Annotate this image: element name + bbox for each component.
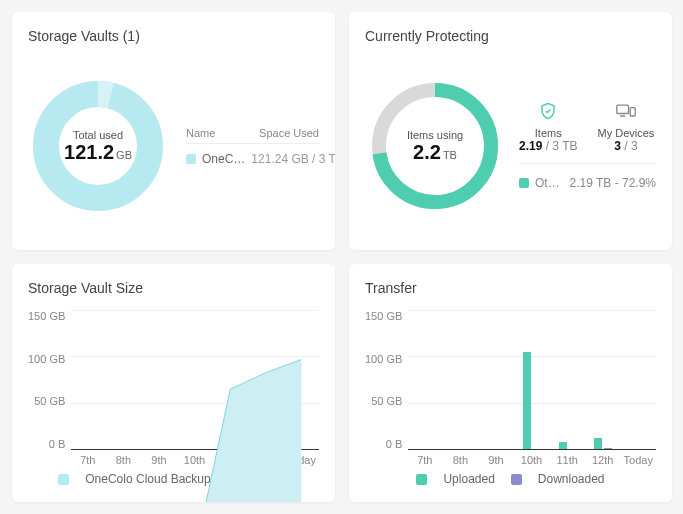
storage-vaults-card: Storage Vaults (1) Total used 121.2GB Na… [12,12,335,250]
devices-stat: My Devices 3 / 3 [598,102,655,153]
donut-value: 2.2TB [413,141,457,163]
shield-check-icon [519,102,578,125]
bar-slot [550,310,585,449]
bar-slot [479,310,514,449]
donut-value: 121.2GB [64,141,132,163]
bar [594,438,602,449]
bar [523,352,531,449]
bar-slot [585,310,620,449]
protecting-legend-row[interactable]: Other … 2.19 TB - 72.9% [519,176,656,190]
protecting-title: Currently Protecting [365,28,656,44]
items-stat: Items 2.19 / 3 TB [519,102,578,153]
transfer-legend: Uploaded Downloaded [365,472,656,486]
protecting-card: Currently Protecting Items using 2.2TB [349,12,672,250]
storage-vaults-title: Storage Vaults (1) [28,28,319,44]
legend-swatch-icon [416,474,427,485]
protecting-donut: Items using 2.2TB [365,76,505,216]
bar [559,442,567,449]
bar-slot [514,310,549,449]
transfer-title: Transfer [365,280,656,296]
svg-rect-5 [630,108,635,116]
transfer-plot [408,310,656,450]
vault-size-title: Storage Vault Size [28,280,319,296]
bar-slot [408,310,443,449]
svg-rect-4 [617,105,629,113]
row-name: OneC… [202,152,245,166]
legend-swatch-icon [186,154,196,164]
bar [604,448,612,449]
donut-label: Items using [407,129,463,141]
col-used: Space Used [259,127,319,139]
devices-icon [598,102,655,125]
vault-size-area [71,310,319,502]
bar-slot [621,310,656,449]
transfer-card: Transfer 150 GB 100 GB 50 GB 0 B 7th8th9… [349,264,672,502]
donut-label: Total used [73,129,123,141]
bar-slot [444,310,479,449]
y-axis: 150 GB 100 GB 50 GB 0 B [28,310,71,450]
y-axis: 150 GB 100 GB 50 GB 0 B [365,310,408,450]
legend-swatch-icon [511,474,522,485]
row-used: 121.24 GB / 3 TB [251,152,335,166]
table-row[interactable]: OneC… 121.24 GB / 3 TB [186,144,319,166]
legend-swatch-icon [58,474,69,485]
storage-vaults-table: Name Space Used OneC… 121.24 GB / 3 TB [186,127,319,166]
vault-size-plot [71,310,319,450]
col-name: Name [186,127,215,139]
vault-size-card: Storage Vault Size 150 GB 100 GB 50 GB 0… [12,264,335,502]
legend-swatch-icon [519,178,529,188]
x-axis: 7th8th9th 10th11th12th Today [365,454,656,466]
storage-vaults-donut: Total used 121.2GB [28,76,168,216]
